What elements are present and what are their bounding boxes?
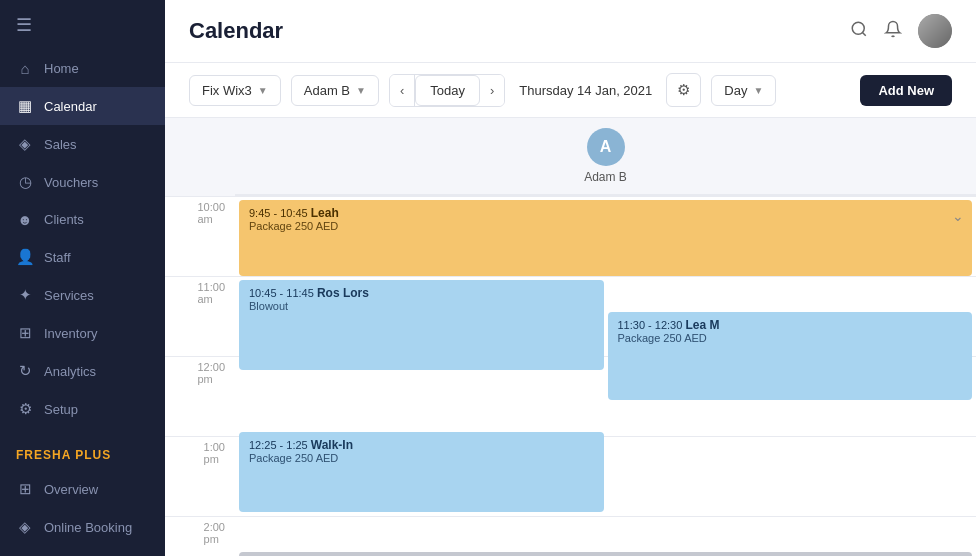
- today-button[interactable]: Today: [415, 75, 480, 106]
- sidebar-item-label: Analytics: [44, 364, 96, 379]
- sidebar-item-home[interactable]: ⌂ Home: [0, 50, 165, 87]
- sidebar-item-label: Staff: [44, 250, 71, 265]
- next-date-button[interactable]: ›: [480, 75, 504, 106]
- chevron-down-icon: ▼: [258, 85, 268, 96]
- staff-name: Adam B: [584, 170, 627, 184]
- sidebar-item-online-booking[interactable]: ◈ Online Booking: [0, 508, 165, 546]
- event-sub-lea: Package 250 AED: [618, 332, 963, 344]
- event-sub-leah: Package 250 AED: [249, 220, 962, 232]
- calendar-toolbar: Fix Wix3 ▼ Adam B ▼ ‹ Today › Thursday 1…: [165, 63, 976, 118]
- sidebar-nav: ⌂ Home ▦ Calendar ◈ Sales ◷ Vouchers ☻ C…: [0, 50, 165, 428]
- inventory-icon: ⊞: [16, 324, 34, 342]
- time-slot-11: 11:00am: [165, 276, 235, 356]
- event-leah[interactable]: 9:45 - 10:45 Leah Package 250 AED ⌄: [239, 200, 972, 276]
- sidebar-item-staff[interactable]: 👤 Staff: [0, 238, 165, 276]
- sidebar-item-label: Home: [44, 61, 79, 76]
- analytics-icon: ↻: [16, 362, 34, 380]
- sidebar-item-label: Overview: [44, 482, 98, 497]
- sidebar-item-setup[interactable]: ⚙ Setup: [0, 390, 165, 428]
- event-lea-m[interactable]: 11:30 - 12:30 Lea M Package 250 AED: [608, 312, 973, 400]
- page-title: Calendar: [189, 18, 283, 44]
- staff-header-row: A Adam B: [235, 118, 976, 196]
- sidebar-item-clients[interactable]: ☻ Clients: [0, 201, 165, 238]
- sidebar-header: ☰: [0, 0, 165, 50]
- sidebar-brand: FRESHA PLUS: [0, 440, 165, 470]
- sidebar-item-label: Online Booking: [44, 520, 132, 535]
- time-slot-1pm: 1:00pm: [165, 436, 235, 516]
- sidebar-item-analytics[interactable]: ↻ Analytics: [0, 352, 165, 390]
- svg-line-1: [862, 32, 865, 35]
- sidebar-plus-section: ⊞ Overview ◈ Online Booking ◂ Marketing …: [0, 470, 165, 556]
- time-column: 10:00am 11:00am 12:00pm 1:00pm 2:00pm 3:…: [165, 196, 235, 556]
- top-bar: Calendar: [165, 0, 976, 63]
- timeline: 10:00am 11:00am 12:00pm 1:00pm 2:00pm 3:…: [165, 196, 976, 556]
- sidebar-item-label: Calendar: [44, 99, 97, 114]
- sidebar-item-label: Services: [44, 288, 94, 303]
- event-sub-walkin: Package 250 AED: [249, 452, 594, 464]
- sidebar-item-label: Vouchers: [44, 175, 98, 190]
- settings-button[interactable]: ⚙: [666, 73, 701, 107]
- sidebar: ☰ ⌂ Home ▦ Calendar ◈ Sales ◷ Vouchers ☻…: [0, 0, 165, 556]
- setup-icon: ⚙: [16, 400, 34, 418]
- sidebar-item-marketing[interactable]: ◂ Marketing: [0, 546, 165, 556]
- sidebar-item-vouchers[interactable]: ◷ Vouchers: [0, 163, 165, 201]
- location-label: Fix Wix3: [202, 83, 252, 98]
- view-dropdown[interactable]: Day ▼: [711, 75, 776, 106]
- sidebar-item-services[interactable]: ✦ Services: [0, 276, 165, 314]
- hour-line: [235, 516, 976, 556]
- chevron-down-icon: ▼: [753, 85, 763, 96]
- event-time-ros: 10:45 - 11:45 Ros Lors: [249, 286, 594, 300]
- sidebar-item-overview[interactable]: ⊞ Overview: [0, 470, 165, 508]
- clients-icon: ☻: [16, 211, 34, 228]
- time-slot-12: 12:00pm: [165, 356, 235, 436]
- sidebar-item-label: Setup: [44, 402, 78, 417]
- chevron-down-icon: ▼: [356, 85, 366, 96]
- time-slot-10: 10:00am: [165, 196, 235, 276]
- sidebar-item-inventory[interactable]: ⊞ Inventory: [0, 314, 165, 352]
- location-dropdown[interactable]: Fix Wix3 ▼: [189, 75, 281, 106]
- expand-icon[interactable]: ⌄: [952, 208, 964, 224]
- bell-icon[interactable]: [884, 20, 902, 43]
- prev-date-button[interactable]: ‹: [390, 75, 415, 106]
- main-content: Calendar Fix Wix3 ▼ Adam B ▼ ‹ Today ›: [165, 0, 976, 556]
- sales-icon: ◈: [16, 135, 34, 153]
- date-nav-pair: ‹ Today ›: [389, 74, 505, 107]
- staff-icon: 👤: [16, 248, 34, 266]
- event-time-leah: 9:45 - 10:45 Leah: [249, 206, 962, 220]
- event-walk-in[interactable]: 12:25 - 1:25 Walk-In Package 250 AED: [239, 432, 604, 512]
- event-blocked-time[interactable]: 1:45 - 2:50 Blocked Time lunch: [239, 552, 972, 556]
- svg-point-0: [852, 22, 864, 34]
- staff-label: Adam B: [304, 83, 350, 98]
- calendar-icon: ▦: [16, 97, 34, 115]
- event-time-lea: 11:30 - 12:30 Lea M: [618, 318, 963, 332]
- vouchers-icon: ◷: [16, 173, 34, 191]
- event-ros-lors[interactable]: 10:45 - 11:45 Ros Lors Blowout: [239, 280, 604, 370]
- staff-avatar-container: A Adam B: [584, 128, 627, 184]
- search-icon[interactable]: [850, 20, 868, 43]
- view-label: Day: [724, 83, 747, 98]
- sidebar-item-label: Sales: [44, 137, 77, 152]
- date-label: Thursday 14 Jan, 2021: [515, 83, 656, 98]
- events-column: 9:45 - 10:45 Leah Package 250 AED ⌄ 10:4…: [235, 196, 976, 556]
- staff-column-header: A Adam B: [235, 118, 976, 195]
- services-icon: ✦: [16, 286, 34, 304]
- calendar-body: A Adam B 10:00am 11:00am 12:00pm 1:00pm …: [165, 118, 976, 556]
- staff-dropdown[interactable]: Adam B ▼: [291, 75, 379, 106]
- home-icon: ⌂: [16, 60, 34, 77]
- sidebar-item-label: Inventory: [44, 326, 97, 341]
- event-sub-ros: Blowout: [249, 300, 594, 312]
- time-slot-2pm: 2:00pm: [165, 516, 235, 556]
- sidebar-item-sales[interactable]: ◈ Sales: [0, 125, 165, 163]
- user-avatar[interactable]: [918, 14, 952, 48]
- sidebar-item-calendar[interactable]: ▦ Calendar: [0, 87, 165, 125]
- event-time-walkin: 12:25 - 1:25 Walk-In: [249, 438, 594, 452]
- sidebar-item-label: Clients: [44, 212, 84, 227]
- overview-icon: ⊞: [16, 480, 34, 498]
- add-new-button[interactable]: Add New: [860, 75, 952, 106]
- top-bar-actions: [850, 14, 952, 48]
- hamburger-icon[interactable]: ☰: [16, 14, 32, 36]
- online-booking-icon: ◈: [16, 518, 34, 536]
- staff-avatar: A: [587, 128, 625, 166]
